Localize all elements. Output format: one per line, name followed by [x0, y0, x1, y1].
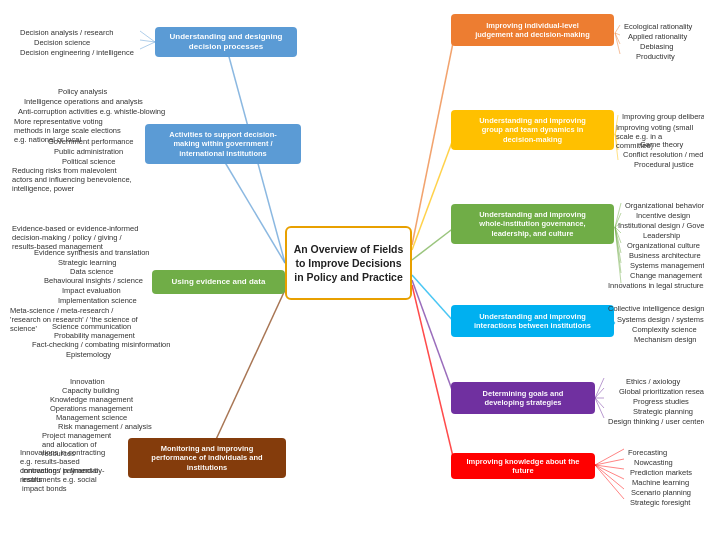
svg-line-40	[595, 449, 624, 465]
svg-line-10	[140, 31, 155, 42]
node-decision-processes: Understanding and designingdecision proc…	[155, 27, 297, 57]
svg-line-7	[412, 275, 455, 323]
node-future: Improving knowledge about thefuture	[451, 453, 595, 479]
svg-line-30	[615, 227, 621, 283]
svg-line-44	[595, 465, 624, 489]
node-whole-institution: Understanding and improvingwhole-institu…	[451, 204, 614, 244]
svg-line-43	[595, 465, 624, 479]
node-group-dynamics: Understanding and improvinggroup and tea…	[451, 110, 614, 150]
svg-line-3	[207, 290, 285, 459]
leaf-financial: Innovations in financial instruments e.g…	[16, 462, 126, 497]
leaf-strategic-foresight: Strategic foresight	[624, 494, 696, 512]
node-monitoring-label: Monitoring and improvingperformance of i…	[151, 444, 262, 472]
svg-line-36	[595, 388, 604, 398]
leaf-procedural: Procedural justice	[628, 156, 700, 174]
node-interactions-label: Understanding and improvinginteractions …	[474, 312, 591, 331]
node-activities-label: Activities to support decision-making wi…	[169, 130, 277, 158]
svg-line-5	[412, 134, 455, 250]
leaf-design-thinking: Design thinking / user centered design	[602, 413, 704, 431]
svg-line-42	[595, 465, 624, 469]
node-decision-making-label: Improving individual-leveljudgement and …	[475, 21, 590, 40]
leaf-decision-engineering: Decision engineering / intelligence	[14, 44, 140, 62]
node-goals: Determining goals anddeveloping strategi…	[451, 382, 595, 414]
leaf-malevolent: Reducing risks from malevolent actors an…	[6, 162, 141, 197]
svg-line-11	[140, 40, 155, 42]
leaf-productivity: Productivity	[630, 48, 681, 66]
svg-line-12	[140, 42, 155, 49]
svg-line-45	[595, 465, 624, 499]
svg-line-38	[595, 398, 604, 408]
svg-line-1	[220, 154, 285, 263]
node-decision-making: Improving individual-leveljudgement and …	[451, 14, 614, 46]
node-group-dynamics-label: Understanding and improvinggroup and tea…	[479, 116, 586, 144]
leaf-mechanism: Mechanism design	[628, 331, 703, 349]
svg-line-6	[412, 227, 455, 260]
leaf-legal-structures: Innovations in legal structures of compa…	[602, 277, 704, 295]
node-interactions: Understanding and improvinginteractions …	[451, 305, 614, 337]
node-decision-processes-label: Understanding and designingdecision proc…	[170, 32, 283, 52]
svg-line-9	[412, 285, 455, 465]
mindmap-canvas: An Overview of Fields to Improve Decisio…	[0, 0, 704, 556]
center-node: An Overview of Fields to Improve Decisio…	[285, 226, 412, 300]
svg-line-41	[595, 459, 624, 465]
svg-line-35	[595, 378, 604, 398]
center-label: An Overview of Fields to Improve Decisio…	[293, 242, 404, 285]
node-monitoring: Monitoring and improvingperformance of i…	[128, 438, 286, 478]
leaf-epistemology: Epistemology	[60, 346, 117, 364]
node-evidence-label: Using evidence and data	[172, 277, 266, 287]
node-future-label: Improving knowledge about thefuture	[467, 457, 580, 476]
svg-line-4	[412, 33, 455, 245]
svg-line-8	[412, 280, 455, 398]
node-goals-label: Determining goals anddeveloping strategi…	[483, 389, 564, 408]
svg-line-16	[615, 33, 620, 54]
node-activities: Activities to support decision-making wi…	[145, 124, 301, 164]
node-whole-institution-label: Understanding and improvingwhole-institu…	[479, 210, 586, 238]
node-evidence: Using evidence and data	[152, 270, 285, 294]
